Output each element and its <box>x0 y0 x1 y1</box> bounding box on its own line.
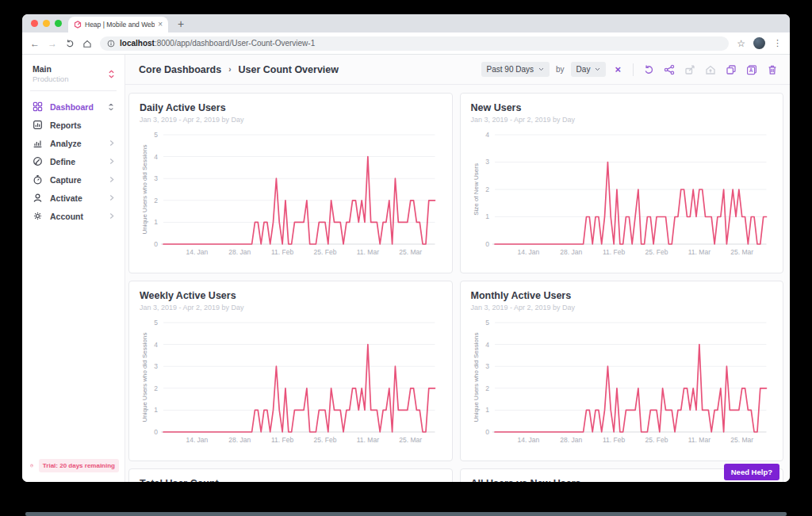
svg-text:A: A <box>749 67 753 73</box>
minimize-window-button[interactable] <box>43 20 50 27</box>
dashboard-toolbar: A <box>643 64 778 75</box>
svg-text:11. Mar: 11. Mar <box>357 436 379 444</box>
svg-text:25. Mar: 25. Mar <box>399 248 422 256</box>
browser-window: Heap | Mobile and Web Analyt × + ← → loc… <box>22 14 790 482</box>
svg-text:25. Mar: 25. Mar <box>730 248 753 256</box>
share-icon <box>664 64 675 75</box>
main-content: Core Dashboards › User Count Overview Pa… <box>125 55 790 482</box>
delete-button[interactable] <box>767 64 778 75</box>
sidebar-footer: Trial: 20 days remaining <box>22 451 124 482</box>
refresh-button[interactable] <box>643 64 654 75</box>
move-to-button[interactable] <box>684 64 695 75</box>
monthly-active-users-chart[interactable]: 01234514. Jan28. Jan11. Feb25. Feb11. Ma… <box>471 313 773 449</box>
svg-text:11. Feb: 11. Feb <box>271 436 293 444</box>
sidebar-item-capture[interactable]: Capture <box>22 170 124 189</box>
svg-text:14. Jan: 14. Jan <box>517 248 539 256</box>
svg-text:1: 1 <box>154 406 158 414</box>
svg-text:14. Jan: 14. Jan <box>186 248 208 256</box>
trash-icon <box>767 64 778 75</box>
sidebar-item-label: Analyze <box>50 139 82 148</box>
workspace-switcher[interactable]: Main Production <box>22 55 124 89</box>
page-title: User Count Overview <box>239 64 339 75</box>
new-tab-button[interactable]: + <box>178 18 184 29</box>
back-button[interactable]: ← <box>30 39 40 48</box>
sidebar-item-activate[interactable]: Activate <box>22 189 124 207</box>
url-bar[interactable]: localhost:8000/app/dashboard/User-Count-… <box>100 36 729 51</box>
svg-text:2: 2 <box>154 197 158 204</box>
reload-button[interactable] <box>65 39 75 48</box>
sidebar-divider <box>30 90 117 91</box>
browser-tab[interactable]: Heap | Mobile and Web Analyt × <box>68 17 168 32</box>
svg-text:11. Mar: 11. Mar <box>688 436 710 444</box>
breadcrumb-parent[interactable]: Core Dashboards <box>139 64 221 75</box>
sidebar-item-account[interactable]: Account <box>22 207 124 225</box>
screenshot-frame: Heap | Mobile and Web Analyt × + ← → loc… <box>0 0 812 516</box>
svg-text:11. Feb: 11. Feb <box>603 436 625 444</box>
close-tab-icon[interactable]: × <box>158 21 163 29</box>
archive-button[interactable] <box>705 64 716 75</box>
svg-text:0: 0 <box>485 428 489 436</box>
duplicate-button[interactable] <box>726 64 737 75</box>
clear-filter-button[interactable]: × <box>615 64 621 75</box>
browser-menu-icon[interactable]: ⋮ <box>773 38 782 48</box>
tab-strip: Heap | Mobile and Web Analyt × + <box>22 14 790 32</box>
svg-text:14. Jan: 14. Jan <box>517 436 539 444</box>
capture-icon <box>33 174 43 185</box>
svg-text:28. Jan: 28. Jan <box>228 436 251 444</box>
profile-avatar[interactable] <box>753 37 765 49</box>
duplicate-icon <box>726 64 737 75</box>
sidebar-item-define[interactable]: Define <box>22 152 124 170</box>
svg-text:0: 0 <box>154 428 158 436</box>
sidebar-item-label: Capture <box>50 175 82 185</box>
sidebar-item-analyze[interactable]: Analyze <box>22 134 124 152</box>
svg-text:5: 5 <box>485 319 489 327</box>
zoom-window-button[interactable] <box>55 20 62 27</box>
breadcrumb: Core Dashboards › User Count Overview <box>139 64 339 75</box>
workspace-env: Production <box>33 75 68 83</box>
svg-text:11. Mar: 11. Mar <box>688 248 710 256</box>
sidebar-item-reports[interactable]: Reports <box>22 116 124 134</box>
account-gear-icon <box>33 211 43 221</box>
sidebar-item-dashboard[interactable]: Dashboard <box>22 97 124 116</box>
chart-subtitle: Jan 3, 2019 - Apr 2, 2019 by Day <box>471 304 773 312</box>
svg-text:4: 4 <box>485 341 489 349</box>
granularity-dropdown[interactable]: Day <box>571 62 607 77</box>
svg-text:1: 1 <box>154 218 158 226</box>
close-window-button[interactable] <box>31 20 38 27</box>
bookmark-star-icon[interactable]: ☆ <box>737 38 745 49</box>
daily-active-users-chart[interactable]: 01234514. Jan28. Jan11. Feb25. Feb11. Ma… <box>140 125 442 262</box>
home-button[interactable] <box>82 39 92 48</box>
svg-text:28. Jan: 28. Jan <box>560 248 582 256</box>
svg-text:Unique Users who did Sessions: Unique Users who did Sessions <box>473 333 480 422</box>
rename-icon: A <box>746 64 757 75</box>
chart-subtitle: Jan 3, 2019 - Apr 2, 2019 by Day <box>471 116 773 124</box>
chart-title: Daily Active Users <box>140 102 442 113</box>
share-button[interactable] <box>664 64 675 75</box>
chart-subtitle: Jan 3, 2019 - Apr 2, 2019 by Day <box>140 304 442 312</box>
refresh-icon <box>643 64 654 75</box>
svg-text:0: 0 <box>154 240 158 248</box>
chart-title: Monthly Active Users <box>471 290 773 301</box>
svg-text:1: 1 <box>485 406 489 414</box>
rename-button[interactable]: A <box>746 64 757 75</box>
trial-badge: Trial: 20 days remaining <box>39 459 119 472</box>
chart-card-weekly-active-users: Weekly Active Users Jan 3, 2019 - Apr 2,… <box>128 281 453 461</box>
svg-text:28. Jan: 28. Jan <box>228 248 251 256</box>
help-button[interactable]: Need Help? <box>724 464 779 480</box>
chart-title: New Users <box>471 102 773 113</box>
svg-text:25. Mar: 25. Mar <box>399 436 422 444</box>
workspace-name: Main <box>33 64 68 74</box>
forward-button[interactable]: → <box>48 39 57 48</box>
chart-title: Weekly Active Users <box>140 290 442 301</box>
weekly-active-users-chart[interactable]: 01234514. Jan28. Jan11. Feb25. Feb11. Ma… <box>140 313 442 449</box>
chevron-down-icon <box>595 67 600 71</box>
new-users-chart[interactable]: 0123414. Jan28. Jan11. Feb25. Feb11. Mar… <box>471 125 773 262</box>
svg-text:4: 4 <box>485 131 489 139</box>
date-range-dropdown[interactable]: Past 90 Days <box>481 62 550 77</box>
svg-text:14. Jan: 14. Jan <box>186 436 208 444</box>
dashboard-controls: Past 90 Days by Day × <box>481 62 778 77</box>
svg-text:Size of New Users: Size of New Users <box>473 163 480 216</box>
chart-card-monthly-active-users: Monthly Active Users Jan 3, 2019 - Apr 2… <box>460 281 784 461</box>
by-label: by <box>556 65 565 74</box>
window-controls <box>31 20 62 27</box>
